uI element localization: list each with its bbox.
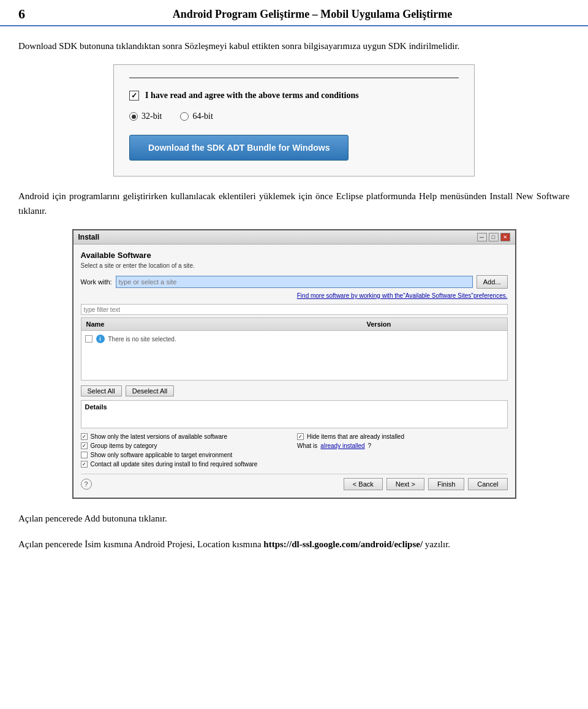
minimize-button[interactable]: ─: [477, 233, 487, 241]
eclipse-avail-sites-row: Find more software by working with the "…: [81, 292, 508, 299]
eclipse-opt5-checkbox[interactable]: [297, 433, 304, 440]
page-title: Android Program Geliştirme – Mobil Uygul…: [55, 8, 570, 21]
sdk-64bit-option[interactable]: 64-bit: [180, 112, 213, 121]
eclipse-title-bar: Install ─ □ ✕: [74, 230, 515, 245]
eclipse-details-title: Details: [85, 403, 503, 411]
eclipse-subtitle: Select a site or enter the location of a…: [81, 262, 508, 269]
eclipse-opt1-checkbox[interactable]: [81, 433, 88, 440]
eclipse-table-header: Name Version: [81, 318, 507, 331]
eclipse-opt5-row: Hide items that are already installed: [297, 433, 508, 440]
eclipse-opt6-suffix: ?: [368, 442, 372, 449]
eclipse-opt1-row: Show only the latest versions of availab…: [81, 433, 292, 440]
sdk-top-bar: [129, 77, 459, 78]
eclipse-opt4-label: Contact all update sites during install …: [91, 461, 258, 468]
eclipse-options-right: Hide items that are already installed Wh…: [297, 433, 508, 470]
paragraph-4-url: https://dl-ssl.google.com/android/eclips…: [263, 539, 423, 549]
eclipse-screenshot: Install ─ □ ✕ Available Software Select …: [72, 229, 516, 499]
eclipse-window-title: Install: [78, 233, 100, 241]
eclipse-opt3-label: Show only software applicable to target …: [91, 452, 233, 458]
eclipse-col-name: Name: [81, 319, 362, 329]
back-button[interactable]: < Back: [344, 478, 383, 490]
eclipse-opt4-checkbox[interactable]: [81, 461, 88, 468]
eclipse-opt2-row: Group items by category: [81, 442, 292, 449]
eclipse-opt6-row: What is already installed ?: [297, 442, 508, 449]
eclipse-opt2-checkbox[interactable]: [81, 442, 88, 449]
next-button[interactable]: Next >: [386, 478, 424, 490]
page-number: 6: [18, 6, 31, 22]
eclipse-details-content: [85, 413, 503, 425]
sdk-screenshot-container: ✓ I have read and agree with the above t…: [18, 64, 570, 176]
eclipse-opt6-label: What is: [297, 442, 317, 449]
sdk-agree-checkbox[interactable]: ✓: [129, 91, 139, 100]
eclipse-window-controls: ─ □ ✕: [477, 233, 510, 241]
eclipse-details-section: Details: [81, 400, 508, 428]
eclipse-section-title: Available Software: [81, 251, 508, 260]
help-icon[interactable]: ?: [81, 479, 92, 490]
eclipse-nav-row: ? < Back Next > Finish Cancel: [81, 474, 508, 491]
sdk-checkbox-row: ✓ I have read and agree with the above t…: [129, 91, 459, 100]
sdk-64bit-label: 64-bit: [192, 112, 213, 121]
eclipse-table: Name Version i There is no site selected…: [81, 317, 508, 381]
table-row-text: There is no site selected.: [108, 336, 176, 343]
sdk-download-button[interactable]: Download the SDK ADT Bundle for Windows: [129, 135, 349, 161]
eclipse-opt2-label: Group items by category: [91, 442, 157, 449]
sdk-32bit-radio[interactable]: [129, 112, 138, 121]
eclipse-body: Available Software Select a site or ente…: [74, 245, 515, 498]
sdk-agree-label: I have read and agree with the above ter…: [145, 91, 359, 100]
eclipse-opt4-row: Contact all update sites during install …: [81, 461, 292, 468]
sdk-64bit-radio[interactable]: [180, 112, 189, 121]
info-icon: i: [96, 335, 105, 343]
eclipse-avail-sites-link[interactable]: "Available Software Sites": [403, 292, 473, 299]
deselect-all-button[interactable]: Deselect All: [126, 385, 174, 396]
eclipse-options-left: Show only the latest versions of availab…: [81, 433, 292, 470]
eclipse-filter-input[interactable]: [81, 304, 508, 315]
cancel-button[interactable]: Cancel: [468, 478, 507, 490]
eclipse-work-with-row: Work with: Add...: [81, 275, 508, 289]
eclipse-select-row: Select All Deselect All: [81, 385, 508, 396]
eclipse-opt1-label: Show only the latest versions of availab…: [91, 433, 227, 440]
eclipse-table-body: i There is no site selected.: [81, 331, 507, 380]
eclipse-work-with-label: Work with:: [81, 278, 112, 286]
sdk-32bit-label: 32-bit: [141, 112, 162, 121]
table-row-checkbox[interactable]: [85, 335, 92, 343]
finish-button[interactable]: Finish: [428, 478, 464, 490]
eclipse-col-version: Version: [362, 319, 507, 329]
eclipse-opt5-label: Hide items that are already installed: [307, 433, 404, 440]
eclipse-avail-sites-text: Find more software by working with the: [297, 292, 403, 299]
page-content: Download SDK butonuna tıklandıktan sonra…: [0, 39, 588, 581]
eclipse-avail-sites-suffix: preferences.: [473, 292, 508, 299]
paragraph-4-text: Açılan pencerede İsim kısmına Android Pr…: [18, 539, 263, 549]
paragraph-1: Download SDK butonuna tıklandıktan sonra…: [18, 39, 570, 53]
eclipse-options: Show only the latest versions of availab…: [81, 433, 508, 470]
eclipse-add-button[interactable]: Add...: [477, 275, 508, 289]
paragraph-4: Açılan pencerede İsim kısmına Android Pr…: [18, 537, 570, 552]
close-button[interactable]: ✕: [500, 233, 510, 241]
eclipse-opt3-checkbox[interactable]: [81, 452, 88, 458]
eclipse-opt3-row: Show only software applicable to target …: [81, 452, 292, 458]
table-row: i There is no site selected.: [85, 333, 503, 344]
maximize-button[interactable]: □: [489, 233, 499, 241]
paragraph-3: Açılan pencerede Add butonuna tıklanır.: [18, 511, 570, 526]
select-all-button[interactable]: Select All: [81, 385, 122, 396]
eclipse-work-with-input[interactable]: [116, 276, 473, 288]
sdk-screenshot: ✓ I have read and agree with the above t…: [113, 64, 475, 176]
sdk-32bit-option[interactable]: 32-bit: [129, 112, 162, 121]
eclipse-screenshot-container: Install ─ □ ✕ Available Software Select …: [18, 229, 570, 499]
paragraph-2: Android için programlarını geliştirirken…: [18, 189, 570, 218]
page-header: 6 Android Program Geliştirme – Mobil Uyg…: [0, 0, 588, 26]
paragraph-4-suffix: yazılır.: [423, 539, 450, 549]
eclipse-opt6-link[interactable]: already installed: [320, 442, 364, 449]
sdk-radio-row: 32-bit 64-bit: [129, 112, 459, 121]
eclipse-filter-row: [81, 304, 508, 315]
eclipse-nav-left: ?: [81, 479, 340, 490]
